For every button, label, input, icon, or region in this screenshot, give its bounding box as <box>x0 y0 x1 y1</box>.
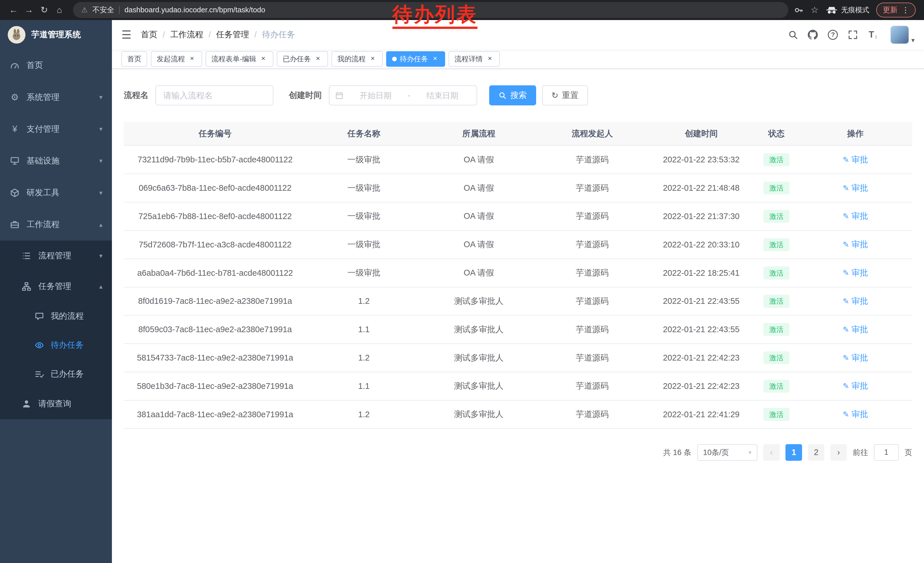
task-starter: 芋道源码 <box>536 202 648 231</box>
task-starter: 芋道源码 <box>536 400 648 429</box>
chevron-down-icon: ▾ <box>99 157 102 165</box>
approve-link[interactable]: ✎审批 <box>843 324 868 335</box>
approve-link[interactable]: ✎审批 <box>843 239 868 250</box>
sidebar-item-leave-query[interactable]: 请假查询 <box>0 389 112 419</box>
task-process: 测试多审批人 <box>422 372 536 400</box>
logo[interactable]: 芋道管理系统 <box>0 20 112 50</box>
sidebar-item-payment[interactable]: ¥ 支付管理 ▾ <box>0 113 112 145</box>
sidebar-item-infrastructure[interactable]: 基础设施 ▾ <box>0 145 112 177</box>
back-icon[interactable]: ← <box>6 2 21 18</box>
search-button[interactable]: 搜索 <box>489 86 536 105</box>
app-title: 芋道管理系统 <box>31 29 81 41</box>
sidebar-item-system[interactable]: ⚙ 系统管理 ▾ <box>0 81 112 113</box>
reload-icon[interactable]: ↻ <box>37 2 52 18</box>
close-icon[interactable]: × <box>486 55 494 63</box>
avatar[interactable] <box>890 26 909 44</box>
close-icon[interactable]: × <box>369 55 377 63</box>
task-process: 测试多审批人 <box>422 287 536 315</box>
screen: ← → ↻ ⌂ ⚠ 不安全 dashboard.yudao.iocoder.cn… <box>0 0 924 563</box>
task-created: 2022-01-21 22:42:23 <box>648 344 754 372</box>
help-icon[interactable]: ? <box>824 26 842 44</box>
close-icon[interactable]: × <box>259 55 267 63</box>
reset-button[interactable]: ↻ 重置 <box>542 86 588 105</box>
tab-form-edit[interactable]: 流程表单-编辑 × <box>206 51 273 67</box>
sidebar-item-workflow[interactable]: 工作流程 ▴ <box>0 209 112 240</box>
collapse-sidebar-icon[interactable]: ☰ <box>122 29 131 41</box>
sidebar-item-label: 已办任务 <box>51 368 102 380</box>
task-created: 2022-01-22 23:53:32 <box>648 146 754 174</box>
sidebar-item-label: 我的流程 <box>51 311 102 322</box>
table-row: 069c6a63-7b8a-11ec-8ef0-acde48001122 一级审… <box>124 174 912 202</box>
date-range-picker[interactable]: 开始日期 - 结束日期 <box>329 86 477 105</box>
breadcrumb-item-workflow[interactable]: 工作流程 <box>170 29 203 41</box>
sidebar-item-label: 任务管理 <box>38 281 93 292</box>
tab-process-detail[interactable]: 流程详情 × <box>448 51 500 67</box>
search-icon[interactable] <box>784 26 802 44</box>
font-size-icon[interactable]: T↕ <box>864 26 882 44</box>
col-process: 所属流程 <box>422 122 536 146</box>
approve-link[interactable]: ✎审批 <box>843 182 868 194</box>
incognito-label: 无痕模式 <box>841 5 869 15</box>
sidebar-item-task-management[interactable]: 任务管理 ▴ <box>0 271 112 302</box>
sidebar-item-done-tasks[interactable]: 已办任务 <box>0 360 112 389</box>
approve-link[interactable]: ✎审批 <box>843 352 868 364</box>
chevron-down-icon: ▾ <box>99 189 102 197</box>
close-icon[interactable]: × <box>431 55 440 63</box>
breadcrumb-separator: / <box>163 30 165 39</box>
approve-link[interactable]: ✎审批 <box>843 210 868 222</box>
page-button-1[interactable]: 1 <box>786 444 802 461</box>
sidebar-item-my-process[interactable]: 我的流程 <box>0 302 112 331</box>
approve-link[interactable]: ✎审批 <box>843 408 868 420</box>
goto-page-input[interactable] <box>874 444 898 461</box>
tab-todo-tasks[interactable]: 待办任务 × <box>386 51 445 67</box>
chevron-down-icon: ▾ <box>99 93 102 101</box>
font-size-arrows: ↕ <box>875 33 878 40</box>
process-name-input[interactable] <box>155 86 273 105</box>
user-menu[interactable]: ▾ <box>890 26 915 44</box>
start-date-placeholder: 开始日期 <box>347 90 404 101</box>
github-icon[interactable] <box>804 26 822 44</box>
tab-start-process[interactable]: 发起流程 × <box>151 51 202 67</box>
task-name: 一级审批 <box>307 259 422 287</box>
sidebar-item-devtools[interactable]: 研发工具 ▾ <box>0 177 112 209</box>
filter-bar: 流程名 创建时间 开始日期 - 结束日期 搜索 ↻ <box>124 86 912 105</box>
update-label: 更新 <box>883 5 897 15</box>
breadcrumb-item-home[interactable]: 首页 <box>141 29 158 41</box>
update-button[interactable]: 更新 ⋮ <box>876 3 916 17</box>
approve-link[interactable]: ✎审批 <box>843 380 868 392</box>
approve-link[interactable]: ✎审批 <box>843 296 868 307</box>
sidebar-item-process-management[interactable]: 流程管理 ▾ <box>0 240 112 271</box>
breadcrumb-item-task-management[interactable]: 任务管理 <box>216 29 249 41</box>
reset-button-label: 重置 <box>562 90 579 101</box>
task-id: 725a1eb6-7b88-11ec-8ef0-acde48001122 <box>124 202 306 231</box>
col-task-name: 任务名称 <box>307 122 422 146</box>
next-page-button[interactable]: › <box>830 444 847 461</box>
close-icon[interactable]: × <box>188 55 196 63</box>
tab-my-process[interactable]: 我的流程 × <box>332 51 383 67</box>
tab-done-tasks[interactable]: 已办任务 × <box>277 51 328 67</box>
browser-menu-icon[interactable]: ⋮ <box>902 6 909 15</box>
edit-icon: ✎ <box>843 155 849 164</box>
status-badge: 激活 <box>764 238 789 251</box>
prev-page-button[interactable]: ‹ <box>763 444 780 461</box>
status-badge: 激活 <box>764 210 789 223</box>
fullscreen-icon[interactable] <box>844 26 862 44</box>
tab-home[interactable]: 首页 <box>122 51 147 67</box>
task-starter: 芋道源码 <box>536 372 648 400</box>
forward-icon[interactable]: → <box>21 2 37 18</box>
close-icon[interactable]: × <box>314 55 322 63</box>
sidebar-item-todo-tasks[interactable]: 待办任务 <box>0 331 112 360</box>
bookmark-star-icon[interactable]: ☆ <box>811 5 819 15</box>
tab-label: 流程详情 <box>454 54 483 63</box>
status-badge: 激活 <box>764 380 789 393</box>
page-size-select[interactable]: 10条/页 ▾ <box>697 444 758 461</box>
task-name: 1.1 <box>307 315 422 344</box>
home-icon[interactable]: ⌂ <box>52 2 67 18</box>
sidebar-item-home[interactable]: 首页 <box>0 50 112 81</box>
approve-link[interactable]: ✎审批 <box>843 267 868 279</box>
page-button-2[interactable]: 2 <box>808 444 825 461</box>
edit-icon: ✎ <box>843 297 849 306</box>
key-icon[interactable] <box>794 6 804 15</box>
chevron-down-icon: ▾ <box>748 449 752 456</box>
approve-link[interactable]: ✎审批 <box>843 154 868 165</box>
